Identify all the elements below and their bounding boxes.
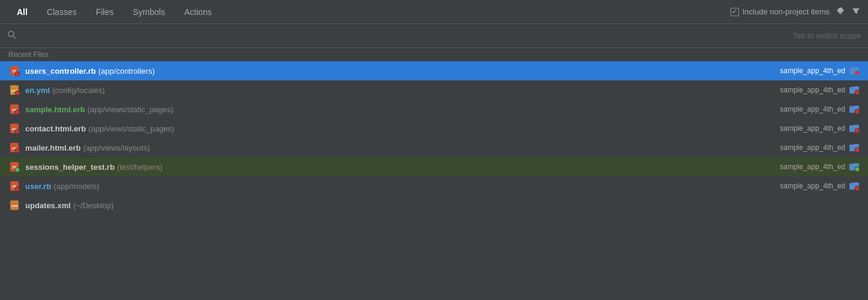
search-bar: Tab to switch scope	[0, 24, 868, 48]
file-type-icon: xml	[8, 199, 20, 211]
tab-all[interactable]: All	[7, 2, 37, 22]
list-item[interactable]: xml updates.xml (~/Desktop)	[0, 196, 868, 215]
svg-text:↓: ↓	[17, 73, 19, 76]
project-name: sample_app_4th_ed	[780, 182, 845, 190]
project-name: sample_app_4th_ed	[780, 67, 845, 75]
svg-point-15	[15, 110, 20, 115]
list-item[interactable]: rb sessions_helper_test.rb (test/helpers…	[0, 157, 868, 176]
file-name: en.yml	[25, 86, 50, 95]
search-scope-hint: Tab to switch scope	[793, 31, 861, 40]
svg-line-2	[13, 36, 16, 38]
svg-point-31	[15, 187, 20, 191]
folder-icon	[849, 104, 860, 114]
tab-classes[interactable]: Classes	[37, 2, 86, 22]
svg-point-19	[15, 129, 20, 134]
file-type-icon: erb	[8, 122, 20, 134]
file-type-icon: erb	[8, 103, 20, 115]
svg-point-32	[855, 186, 860, 191]
list-item[interactable]: erb mailer.html.erb (app/views/layouts) …	[0, 138, 868, 157]
file-name: updates.xml	[25, 201, 71, 210]
project-name: sample_app_4th_ed	[780, 86, 845, 94]
svg-text:↓: ↓	[857, 72, 858, 76]
file-row-right: sample_app_4th_ed	[780, 162, 860, 172]
file-path: (~/Desktop)	[73, 201, 114, 210]
file-name: contact.html.erb	[25, 124, 86, 133]
tab-options: ✓ Include non-project items	[731, 6, 861, 18]
project-name: sample_app_4th_ed	[780, 163, 845, 171]
search-input[interactable]	[22, 31, 793, 41]
file-path: (app/models)	[53, 182, 99, 191]
file-path: (app/views/static_pages)	[88, 105, 173, 114]
file-name: mailer.html.erb	[25, 143, 80, 152]
svg-point-11	[15, 91, 20, 95]
file-type-icon: rb	[8, 161, 20, 173]
file-row-right: sample_app_4th_ed	[780, 104, 860, 114]
folder-icon	[849, 85, 860, 95]
list-item[interactable]: rb ↓ users_controller.rb (app/controller…	[0, 61, 868, 80]
search-icon	[7, 30, 17, 42]
file-row-right: sample_app_4th_ed ↓	[780, 66, 860, 76]
svg-point-27	[15, 167, 20, 172]
svg-point-12	[855, 90, 860, 95]
list-item[interactable]: rb user.rb (app/models) sample_app_4th_e…	[0, 176, 868, 196]
file-name: user.rb	[25, 182, 51, 191]
pin-icon[interactable]	[836, 6, 845, 18]
file-path: (app/views/layouts)	[83, 143, 149, 152]
file-name: sessions_helper_test.rb	[25, 163, 115, 172]
svg-text:xml: xml	[11, 204, 18, 208]
tab-bar: All Classes Files Symbols Actions ✓ Incl…	[0, 0, 868, 24]
filter-icon[interactable]	[851, 6, 861, 18]
section-label-recent-files: Recent Files	[0, 48, 868, 61]
svg-point-28	[855, 167, 860, 172]
file-row-right: sample_app_4th_ed	[780, 124, 860, 133]
include-non-project-checkbox[interactable]: ✓	[731, 8, 739, 16]
list-item[interactable]: erb sample.html.erb (app/views/static_pa…	[0, 100, 868, 119]
file-path: (app/controllers)	[98, 67, 155, 76]
folder-icon	[849, 143, 860, 152]
file-type-icon: rb ↓	[8, 65, 20, 77]
folder-icon	[849, 124, 860, 133]
tab-actions[interactable]: Actions	[175, 2, 222, 22]
tab-symbols[interactable]: Symbols	[123, 2, 175, 22]
main-container: All Classes Files Symbols Actions ✓ Incl…	[0, 0, 868, 300]
project-name: sample_app_4th_ed	[780, 124, 845, 133]
file-row-right: sample_app_4th_ed	[780, 181, 860, 191]
file-type-icon: rb	[8, 180, 20, 192]
file-name: users_controller.rb	[25, 67, 96, 76]
svg-point-16	[855, 109, 860, 114]
file-path: (test/helpers)	[117, 163, 163, 172]
file-row-right: sample_app_4th_ed	[780, 143, 860, 152]
file-type-icon: erb	[8, 142, 20, 154]
file-name: sample.html.erb	[25, 105, 85, 114]
svg-point-24	[855, 148, 860, 152]
tab-files[interactable]: Files	[86, 2, 124, 22]
folder-icon	[849, 181, 860, 191]
folder-icon: ↓	[849, 66, 860, 76]
svg-point-23	[15, 148, 20, 153]
file-path: (config/locales)	[52, 86, 104, 95]
file-type-icon: yml	[8, 84, 20, 96]
folder-icon	[849, 162, 860, 172]
project-name: sample_app_4th_ed	[780, 105, 845, 113]
svg-point-20	[855, 128, 860, 133]
list-item[interactable]: erb contact.html.erb (app/views/static_p…	[0, 119, 868, 138]
file-row-right: sample_app_4th_ed	[780, 85, 860, 95]
list-item[interactable]: yml en.yml (config/locales) sample_app_4…	[0, 80, 868, 100]
project-name: sample_app_4th_ed	[780, 143, 845, 152]
file-list: Recent Files rb ↓ users_controller.rb (a…	[0, 48, 868, 300]
include-non-project-text: Include non-project items	[743, 7, 830, 16]
file-path: (app/views/static_pages)	[88, 124, 174, 133]
include-non-project-label[interactable]: ✓ Include non-project items	[731, 7, 830, 16]
